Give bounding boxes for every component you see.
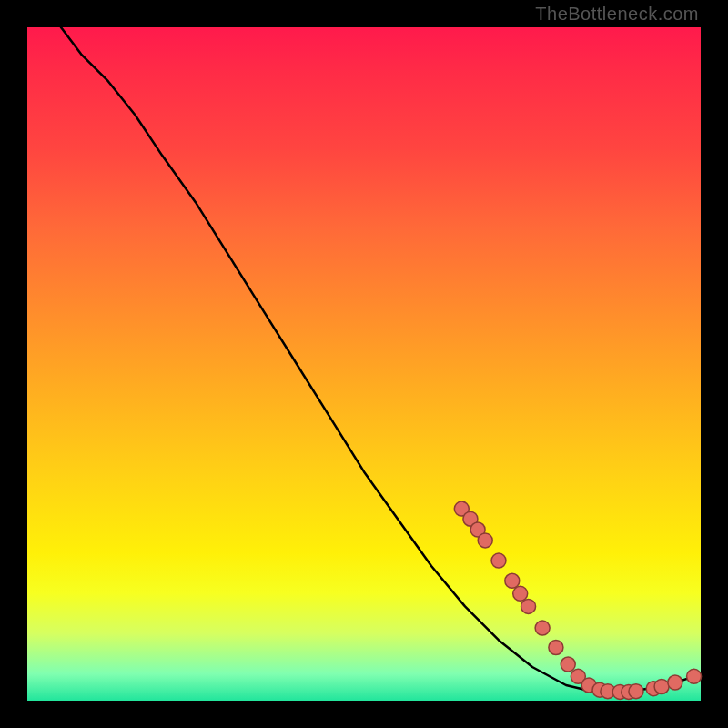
- data-marker: [654, 679, 669, 693]
- marker-group: [454, 501, 701, 699]
- data-marker: [629, 684, 643, 699]
- chart-container: TheBottleneck.com: [0, 0, 728, 728]
- data-marker: [668, 675, 682, 690]
- data-marker: [521, 599, 536, 613]
- data-marker: [549, 641, 563, 655]
- data-marker: [478, 533, 492, 548]
- data-marker: [505, 573, 520, 588]
- data-marker: [561, 657, 575, 672]
- attribution-label: TheBottleneck.com: [535, 4, 699, 25]
- data-marker: [535, 621, 550, 635]
- chart-overlay: [27, 27, 701, 701]
- data-marker: [687, 669, 702, 683]
- curve-line: [61, 27, 694, 692]
- data-marker: [491, 553, 506, 568]
- data-marker: [513, 586, 528, 601]
